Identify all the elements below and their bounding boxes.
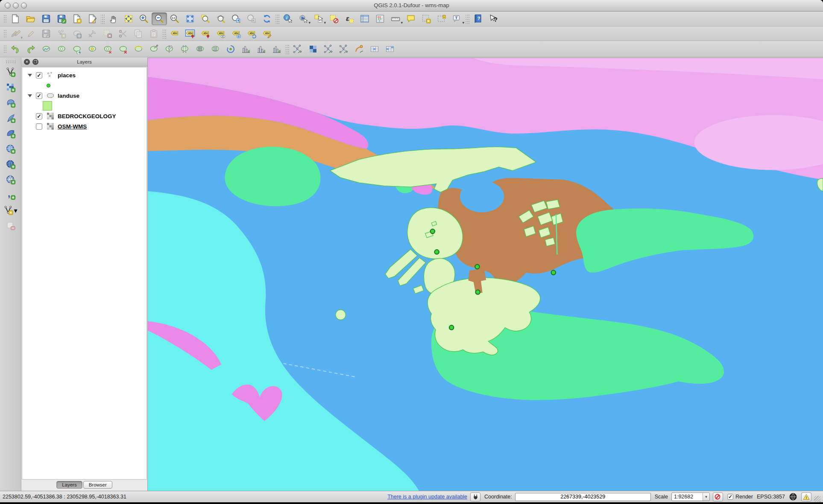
show-bookmarks-button[interactable] <box>434 12 449 25</box>
raster-grid-1-button[interactable] <box>367 43 382 55</box>
new-shapefile-layer-button[interactable]: ▾ <box>3 203 18 218</box>
merge-features-button[interactable] <box>192 43 208 55</box>
add-postgis-layer-button[interactable] <box>3 95 18 111</box>
save-project-as-button[interactable] <box>54 12 69 25</box>
panel-float-icon[interactable]: ❐ <box>32 59 38 65</box>
save-project-button[interactable] <box>38 12 54 25</box>
add-wfs-layer-button[interactable] <box>3 172 18 187</box>
toolbar-grip[interactable] <box>3 14 6 23</box>
redo-button[interactable] <box>23 43 38 55</box>
select-features-button[interactable]: ▾ <box>311 12 326 25</box>
layer-visibility-checkbox[interactable]: ✓ <box>36 93 42 99</box>
panel-close-icon[interactable]: ✕ <box>24 59 30 65</box>
zoom-to-selection-button[interactable] <box>198 12 213 25</box>
zoom-full-button[interactable] <box>182 12 198 25</box>
delete-selected-button[interactable] <box>100 27 115 40</box>
move-feature-button[interactable] <box>69 27 85 40</box>
merge-attributes-button[interactable] <box>208 43 223 55</box>
deselect-all-button[interactable] <box>326 12 342 25</box>
expand-triangle-icon[interactable] <box>28 74 32 77</box>
layer-visibility-checkbox[interactable]: ✓ <box>36 72 42 79</box>
help-contents-button[interactable]: ? <box>470 12 486 25</box>
raster-histogram-1-button[interactable] <box>238 43 254 55</box>
new-project-button[interactable] <box>8 12 23 25</box>
layer-item-places[interactable]: ✓places <box>22 70 146 80</box>
delete-part-button[interactable] <box>115 43 131 55</box>
new-print-composer-button[interactable] <box>69 12 85 25</box>
highlight-pinned-labels-button[interactable]: abc <box>198 27 213 40</box>
undo-button[interactable] <box>8 43 23 55</box>
current-edits-button[interactable]: ▾ <box>8 27 23 40</box>
copy-features-button[interactable] <box>131 27 146 40</box>
layer-visibility-checkbox[interactable]: ✓ <box>36 113 42 119</box>
reshape-features-button[interactable] <box>146 43 161 55</box>
node-graph-3-button[interactable] <box>336 43 351 55</box>
map-canvas[interactable] <box>148 58 823 491</box>
add-part-button[interactable] <box>69 43 85 55</box>
fill-ring-button[interactable] <box>85 43 100 55</box>
dropdown-arrow-icon[interactable]: ▾ <box>401 21 403 24</box>
layer-item-landuse[interactable]: ✓landuse <box>22 90 146 101</box>
add-mssql-layer-button[interactable] <box>3 126 18 141</box>
tab-browser[interactable]: Browser <box>83 481 112 489</box>
remove-layer-button[interactable] <box>3 218 18 233</box>
measure-button[interactable]: ▾ <box>388 12 403 25</box>
add-wcs-layer-button[interactable] <box>3 157 18 172</box>
pan-to-selection-button[interactable] <box>121 12 136 25</box>
zoom-in-button[interactable] <box>136 12 152 25</box>
add-vector-layer-button[interactable] <box>3 64 18 80</box>
zoom-to-layer-button[interactable] <box>213 12 228 25</box>
plugin-icon[interactable] <box>470 492 480 501</box>
toolbar-grip[interactable] <box>5 60 16 63</box>
open-project-button[interactable] <box>23 12 38 25</box>
dropdown-arrow-icon[interactable]: ▾ <box>324 21 326 24</box>
chevron-down-icon[interactable]: ▼ <box>703 493 709 501</box>
pin-labels-button[interactable]: abc <box>182 27 198 40</box>
message-log-icon[interactable]: ! <box>801 492 811 501</box>
render-checkbox[interactable]: ✓ <box>727 494 733 500</box>
split-features-button[interactable] <box>161 43 177 55</box>
dropdown-arrow-icon[interactable]: ▾ <box>462 21 464 24</box>
tab-layers[interactable]: Layers <box>56 481 82 489</box>
map-tips-button[interactable] <box>403 12 419 25</box>
zoom-last-button[interactable] <box>228 12 244 25</box>
coordinate-input[interactable] <box>515 493 651 501</box>
scale-combo[interactable]: 1:92682 ▼ <box>671 492 710 501</box>
new-bookmark-button[interactable] <box>419 12 434 25</box>
add-raster-layer-button[interactable] <box>3 80 18 95</box>
dropdown-arrow-icon[interactable]: ▾ <box>308 21 310 24</box>
offset-curve-button[interactable] <box>131 43 146 55</box>
rotate-point-symbols-button[interactable] <box>223 43 238 55</box>
node-graph-2-button[interactable] <box>321 43 336 55</box>
labeling-options-button[interactable]: abc <box>167 27 182 40</box>
node-graph-1-button[interactable] <box>290 43 305 55</box>
zoom-out-button[interactable] <box>152 12 167 25</box>
composer-manager-button[interactable] <box>85 12 100 25</box>
add-feature-button[interactable] <box>54 27 69 40</box>
toolbar-grip[interactable] <box>3 44 6 54</box>
layer-visibility-checkbox[interactable] <box>36 123 42 130</box>
refresh-button[interactable] <box>259 12 275 25</box>
zoom-next-button[interactable] <box>244 12 259 25</box>
dropdown-arrow-icon[interactable]: ▾ <box>14 207 17 215</box>
move-label-button[interactable]: abc <box>228 27 244 40</box>
stop-render-icon[interactable] <box>713 492 723 501</box>
field-calculator-button[interactable] <box>372 12 388 25</box>
attribute-table-button[interactable] <box>357 12 372 25</box>
change-label-button[interactable]: abc <box>259 27 275 40</box>
add-ring-button[interactable] <box>54 43 69 55</box>
add-spatialite-layer-button[interactable] <box>3 111 18 126</box>
identify-button[interactable]: i <box>280 12 296 25</box>
cut-features-button[interactable] <box>115 27 131 40</box>
raster-gear-button[interactable] <box>351 43 367 55</box>
crs-globe-icon[interactable] <box>788 492 798 501</box>
select-by-expression-button[interactable]: ε <box>342 12 357 25</box>
text-annotation-button[interactable]: T▾ <box>449 12 465 25</box>
zoom-native-button[interactable]: 1:1 <box>167 12 182 25</box>
layer-item-bedrockgeology[interactable]: ✓BEDROCKGEOLOGY <box>22 111 146 121</box>
raster-histogram-3-button[interactable] <box>269 43 284 55</box>
simplify-feature-button[interactable] <box>38 43 54 55</box>
raster-grid-2-button[interactable] <box>382 43 398 55</box>
raster-histogram-2-button[interactable] <box>254 43 269 55</box>
delete-ring-button[interactable] <box>100 43 115 55</box>
